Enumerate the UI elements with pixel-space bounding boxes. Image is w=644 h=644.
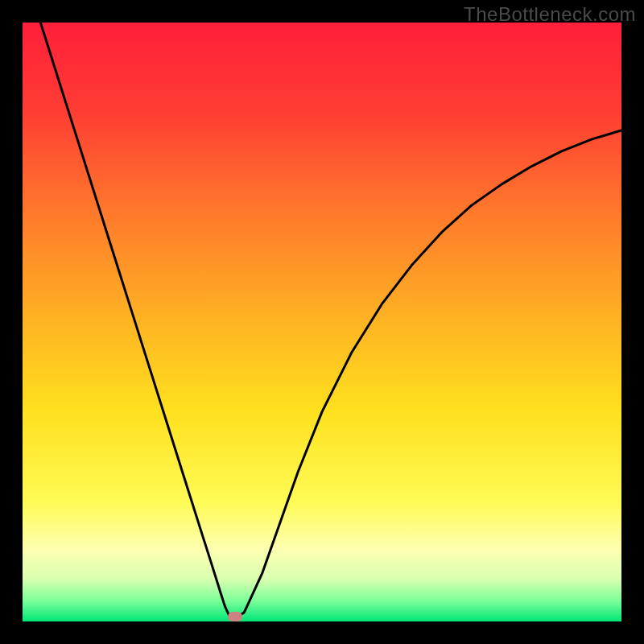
plot-area xyxy=(23,23,621,621)
optimum-marker xyxy=(228,612,242,621)
watermark-text: TheBottleneck.com xyxy=(464,3,636,26)
gradient-rect xyxy=(23,23,621,621)
plot-svg xyxy=(23,23,621,621)
chart-frame: TheBottleneck.com xyxy=(0,0,644,644)
